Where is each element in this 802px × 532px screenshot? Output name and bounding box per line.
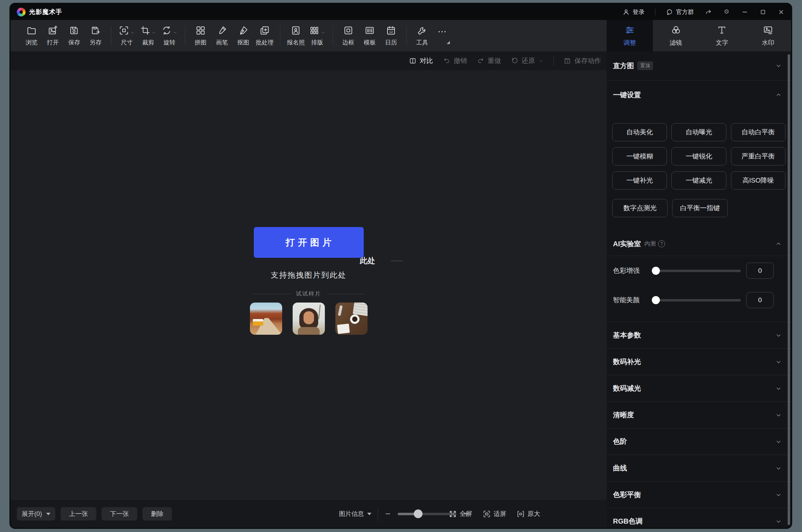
crop-button[interactable]: 裁剪 — [139, 25, 157, 47]
expand-button[interactable]: 展开(0) — [17, 507, 55, 520]
tab-watermark[interactable]: 水印 — [745, 20, 791, 51]
compare-button[interactable]: 对比 — [409, 56, 433, 65]
auto-beautify-button[interactable]: 自动美化 — [612, 123, 667, 141]
one-key-blur-button[interactable]: 一键模糊 — [612, 147, 667, 165]
chevron-down-icon — [775, 518, 782, 525]
sample-thumb-desk[interactable] — [335, 303, 368, 335]
open-image-button[interactable]: 打开图片 — [254, 227, 364, 258]
save-action-button[interactable]: 保存动作 — [564, 56, 601, 65]
size-button[interactable]: 尺寸 — [118, 25, 136, 47]
delete-button[interactable]: 删除 — [142, 507, 172, 520]
save-label: 保存 — [68, 38, 80, 47]
tab-adjust[interactable]: 调整 — [607, 20, 653, 51]
one-key-header[interactable]: 一键设置 — [607, 80, 791, 109]
minimize-button[interactable] — [741, 8, 748, 16]
more-tools-button[interactable]: ⋯ — [434, 28, 451, 44]
section-label: 色彩平衡 — [613, 490, 641, 499]
high-iso-denoise-button[interactable]: 高ISO降噪 — [731, 171, 786, 190]
login-button[interactable]: 登录 — [622, 8, 644, 16]
id-photo-button[interactable]: 报名照 — [287, 25, 305, 47]
cutout-button[interactable]: 抠图 — [234, 25, 252, 47]
panel-scrollbar[interactable] — [788, 54, 790, 525]
next-button[interactable]: 下一张 — [102, 507, 137, 520]
one-key-fill-light-button[interactable]: 一键补光 — [612, 171, 667, 190]
folder-icon — [26, 25, 37, 36]
thumb-art — [298, 327, 320, 335]
zoom-out-button[interactable] — [384, 510, 391, 517]
more-dots: ⋯ — [434, 28, 451, 35]
sliders-icon — [625, 25, 635, 35]
fullscreen-button[interactable]: 全屏 — [449, 510, 472, 518]
section-basic-params[interactable]: 基本参数 — [607, 322, 791, 349]
tab-text-label: 文字 — [716, 38, 728, 47]
samples-divider: 试试样片 — [252, 290, 365, 298]
tab-filter[interactable]: 滤镜 — [653, 20, 699, 51]
collage-button[interactable]: 拼图 — [191, 25, 210, 47]
section-label: 曲线 — [613, 463, 627, 473]
close-button[interactable] — [777, 8, 785, 16]
ai-lab-header[interactable]: AI实验室 内测 ? — [607, 232, 791, 256]
size-label: 尺寸 — [121, 38, 133, 47]
original-size-button[interactable]: 原大 — [517, 510, 540, 518]
open-button[interactable]: 打开 — [44, 25, 62, 47]
border-button[interactable]: 边框 — [339, 25, 357, 47]
fit-screen-button[interactable]: 适屏 — [483, 510, 506, 518]
slider-handle[interactable] — [652, 267, 660, 275]
template-button[interactable]: 模板 — [361, 25, 379, 47]
titlebar-right: 登录 官方群 — [622, 8, 785, 16]
section-color-balance[interactable]: 色彩平衡 — [607, 482, 791, 508]
zoom-slider[interactable] — [398, 513, 456, 515]
zoom-slider-handle[interactable] — [414, 510, 423, 518]
settings-button[interactable] — [723, 8, 730, 16]
layout-button[interactable]: 排版 — [308, 25, 326, 47]
toolbar-group-edit: 拼图 画笔 抠图 批处理 — [187, 25, 278, 47]
maximize-button[interactable] — [759, 8, 767, 16]
slider-handle[interactable] — [652, 296, 660, 304]
brush-button[interactable]: 画笔 — [213, 25, 231, 47]
chevron-down-icon — [775, 438, 782, 445]
section-rgb-tone[interactable]: RGB色调 — [607, 508, 791, 528]
smart-beauty-slider[interactable] — [653, 299, 741, 302]
official-group-button[interactable]: 官方群 — [666, 8, 694, 16]
one-key-sharpen-button[interactable]: 一键锐化 — [671, 147, 726, 165]
tools-button[interactable]: 工具 — [413, 25, 431, 47]
section-digital-dim-light[interactable]: 数码减光 — [607, 375, 791, 402]
rotate-button[interactable]: 旋转 — [160, 25, 179, 47]
histogram-header[interactable]: 直方图 置顶 — [607, 51, 791, 80]
share-button[interactable] — [704, 8, 712, 16]
fullscreen-icon — [449, 510, 457, 518]
pin-badge[interactable]: 置顶 — [637, 62, 653, 70]
chevron-down-icon — [775, 491, 782, 498]
auto-exposure-button[interactable]: 自动曝光 — [671, 123, 726, 141]
calendar-button[interactable]: 12 日历 — [382, 25, 400, 47]
save-as-button[interactable]: 另存 — [86, 25, 105, 47]
smart-beauty-row: 智能美颜 0 — [607, 285, 791, 315]
image-info-button[interactable]: 图片信息 — [339, 510, 371, 518]
one-key-dim-light-button[interactable]: 一键减光 — [671, 171, 726, 190]
sample-thumb-portrait[interactable] — [293, 303, 325, 335]
digital-spot-metering-button[interactable]: 数字点测光 — [612, 199, 668, 217]
white-balance-one-touch-button[interactable]: 白平衡一指键 — [672, 199, 727, 217]
color-enhance-value[interactable]: 0 — [746, 263, 774, 279]
prev-button[interactable]: 上一张 — [61, 507, 96, 520]
color-enhance-slider[interactable] — [653, 270, 741, 272]
restore-button[interactable]: 还原 — [511, 56, 544, 65]
histogram-label: 直方图 — [613, 61, 634, 71]
redo-button[interactable]: 重做 — [477, 56, 501, 65]
section-curves[interactable]: 曲线 — [607, 455, 791, 482]
section-clarity[interactable]: 清晰度 — [607, 402, 791, 428]
save-button[interactable]: 保存 — [65, 25, 83, 47]
section-digital-fill-light[interactable]: 数码补光 — [607, 349, 791, 375]
sample-thumb-canyon[interactable] — [250, 303, 282, 335]
help-icon[interactable]: ? — [658, 240, 665, 247]
undo-button[interactable]: 撤销 — [443, 56, 467, 65]
tab-text[interactable]: 文字 — [699, 20, 745, 51]
drag-hint: 支持拖拽图片到此处 — [271, 270, 347, 281]
smart-beauty-value[interactable]: 0 — [746, 292, 774, 308]
save-action-label: 保存动作 — [574, 56, 601, 65]
section-levels[interactable]: 色阶 — [607, 428, 791, 455]
auto-white-balance-button[interactable]: 自动白平衡 — [731, 123, 786, 141]
severe-white-balance-button[interactable]: 严重白平衡 — [731, 147, 786, 165]
batch-button[interactable]: 批处理 — [256, 25, 274, 47]
browse-button[interactable]: 浏览 — [22, 25, 41, 47]
